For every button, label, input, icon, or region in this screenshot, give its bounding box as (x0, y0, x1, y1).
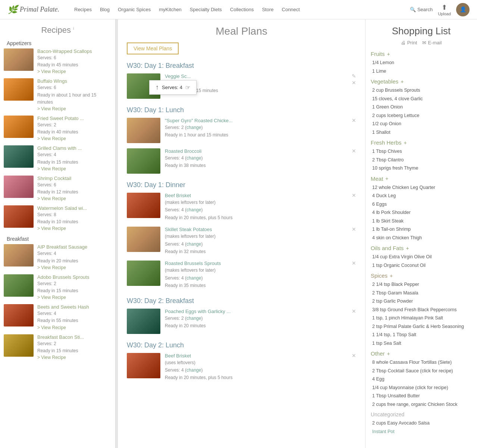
add-meat-button[interactable]: + (385, 176, 388, 182)
nav-connect[interactable]: Connect (282, 7, 300, 12)
meal-name-link[interactable]: Veggie Sc... (165, 73, 191, 79)
meal-section-title: W30: Day 1: Dinner (127, 181, 356, 189)
view-recipe-link[interactable]: > View Recipe (37, 355, 66, 360)
view-recipe-link[interactable]: > View Recipe (37, 69, 66, 74)
instant-pot-link[interactable]: Instant Pot (372, 429, 395, 434)
change-serves-link[interactable]: change (186, 125, 201, 130)
change-serves-link[interactable]: change (186, 316, 201, 321)
add-spices-button[interactable]: + (390, 273, 393, 279)
shopping-item: 4 skin on Chicken Thigh (371, 234, 472, 242)
nav-organic-spices[interactable]: Organic Spices (118, 7, 151, 12)
email-button[interactable]: ✉ E-mail (422, 40, 442, 45)
recipe-thumbnail (4, 205, 34, 228)
view-recipe-link[interactable]: > View Recipe (37, 265, 66, 270)
meal-action-icons: ✕ (352, 227, 356, 232)
meal-name-link[interactable]: "Super Gyro" Roasted Chicke... (165, 118, 233, 123)
meal-entry: "Super Gyro" Roasted Chicke... Serves: 2… (127, 118, 356, 143)
close-meal-button[interactable]: ✕ (352, 261, 356, 266)
nav-recipes[interactable]: Recipes (74, 7, 92, 12)
top-nav: 🌿 Primal Palate. Recipes Blog Organic Sp… (0, 0, 477, 19)
add-other-button[interactable]: + (387, 351, 390, 357)
view-meal-plans-button[interactable]: View Meal Plans (127, 42, 179, 54)
category-title-uncategorized: Uncategorized (371, 411, 472, 417)
shopping-item: 2 Tbsp Cocktail Sauce (click for recipe) (371, 367, 472, 375)
meal-section-day2-lunch: W30: Day 2: Lunch Beef Brisket (uses lef… (127, 341, 356, 382)
meal-name-link[interactable]: Skillet Steak Potatoes (165, 227, 212, 232)
recipe-name-link[interactable]: Bacon-Wrapped Scallops (37, 48, 92, 54)
meal-section-title: W30: Day 2: Breakfast (127, 297, 356, 305)
meal-serves: Serves: 4 (change) (165, 155, 203, 161)
add-fruits-button[interactable]: + (387, 51, 390, 57)
nav-mykitchen[interactable]: myKitchen (159, 7, 182, 12)
list-item: Grilled Clams with ... Serves: 4 Ready i… (4, 145, 112, 171)
search-button[interactable]: 🔍 Search (410, 7, 433, 12)
recipe-name-link[interactable]: Grilled Clams with ... (37, 145, 82, 151)
shopping-category-oils: Oils and Fats + 1/4 cup Extra Virgin Oli… (371, 245, 472, 269)
meal-plans-title: Meal Plans (127, 25, 356, 37)
recipe-name-link[interactable]: Watermelon Salad wi... (37, 205, 87, 211)
meal-name-link[interactable]: Roasted Brussels Sprouts (165, 261, 221, 266)
recipe-name-link[interactable]: Fried Sweet Potato ... (37, 116, 84, 121)
close-meal-button[interactable]: ✕ (352, 227, 356, 232)
meal-name-link[interactable]: Beef Brisket (165, 193, 191, 198)
close-meal-button[interactable]: ✕ (352, 80, 356, 85)
info-icon[interactable]: i (73, 26, 74, 31)
view-recipe-link[interactable]: > View Recipe (37, 106, 66, 111)
edit-meal-button[interactable]: ✎ (352, 73, 356, 79)
meal-section-day1-breakfast: W30: Day 1: Breakfast Veggie Sc... Serve… (127, 62, 356, 99)
shopping-item: 4 lb Pork Shoulder (371, 208, 472, 217)
view-recipe-link[interactable]: > View Recipe (37, 226, 66, 231)
upload-button[interactable]: ⬆ Upload (438, 3, 451, 16)
logo[interactable]: 🌿 Primal Palate. (7, 5, 59, 15)
serves-tooltip: ↑ Serves: 4 ☞ (149, 80, 197, 95)
recipe-name-link[interactable]: Shrimp Cocktail (37, 176, 71, 181)
list-item: Buffalo Wings Serves: 6 Ready in about 1… (4, 78, 112, 112)
meal-name-link[interactable]: Roasted Broccoli (165, 148, 201, 154)
shopping-item: 8 whole Cassava Flour Tortillas (Siete) (371, 358, 472, 367)
recipe-name-link[interactable]: Buffalo Wings (37, 78, 67, 84)
recipe-name-link[interactable]: Breakfast Bacon Sti... (37, 334, 84, 340)
nav-collections[interactable]: Collections (230, 7, 254, 12)
meal-time: Ready in 35 minutes (165, 283, 205, 288)
view-recipe-link[interactable]: > View Recipe (37, 325, 66, 330)
recipe-time: Ready in about 1 hour and 15 minutes (37, 92, 96, 105)
nav-specialty-diets[interactable]: Specialty Diets (190, 7, 222, 12)
view-recipe-link[interactable]: > View Recipe (37, 136, 66, 141)
nav-blog[interactable]: Blog (100, 7, 110, 12)
recipe-details: Beets and Sweets Hash Serves: 4 Ready in… (37, 304, 112, 330)
logo-text: Primal Palate. (20, 6, 59, 13)
change-serves-link[interactable]: change (186, 367, 201, 373)
email-label: E-mail (428, 40, 442, 45)
add-herbs-button[interactable]: + (404, 140, 407, 146)
print-button[interactable]: 🖨 Print (401, 40, 417, 45)
view-recipe-link[interactable]: > View Recipe (37, 166, 66, 171)
close-meal-button[interactable]: ✕ (352, 148, 356, 154)
search-icon: 🔍 (410, 7, 416, 12)
recipe-time: Ready in 15 minutes (37, 288, 78, 293)
meal-action-icons: ✕ (352, 193, 356, 198)
meal-name-link[interactable]: Beef Brisket (165, 353, 191, 359)
meal-entry: Beef Brisket (uses leftovers) Serves: 4 … (127, 353, 356, 382)
close-meal-button[interactable]: ✕ (352, 309, 356, 314)
change-serves-link[interactable]: change (186, 275, 201, 281)
recipe-thumbnail (4, 274, 34, 297)
shopping-item: 1/4 cup Extra Virgin Olive Oil (371, 253, 472, 261)
close-meal-button[interactable]: ✕ (352, 118, 356, 123)
shopping-item: 15 cloves, 4 clove Garlic (371, 95, 472, 103)
add-vegetables-button[interactable]: + (401, 79, 404, 85)
close-meal-button[interactable]: ✕ (352, 353, 356, 358)
recipe-name-link[interactable]: Adobo Brussels Sprouts (37, 274, 89, 280)
view-recipe-link[interactable]: > View Recipe (37, 196, 66, 201)
close-meal-button[interactable]: ✕ (352, 193, 356, 198)
recipe-name-link[interactable]: AIP Breakfast Sausage (37, 244, 87, 250)
meal-name-link[interactable]: Poached Eggs with Garlicky ... (165, 309, 230, 314)
nav-store[interactable]: Store (262, 7, 273, 12)
change-serves-link[interactable]: change (186, 242, 201, 247)
change-serves-link[interactable]: change (186, 155, 201, 161)
user-avatar[interactable]: 👤 (456, 3, 470, 16)
recipe-name-link[interactable]: Beets and Sweets Hash (37, 304, 89, 310)
change-serves-link[interactable]: change (186, 207, 201, 212)
add-oils-button[interactable]: + (406, 245, 409, 251)
shopping-item: 2 cups Easy Avocado Salsa (371, 419, 472, 428)
view-recipe-link[interactable]: > View Recipe (37, 295, 66, 300)
